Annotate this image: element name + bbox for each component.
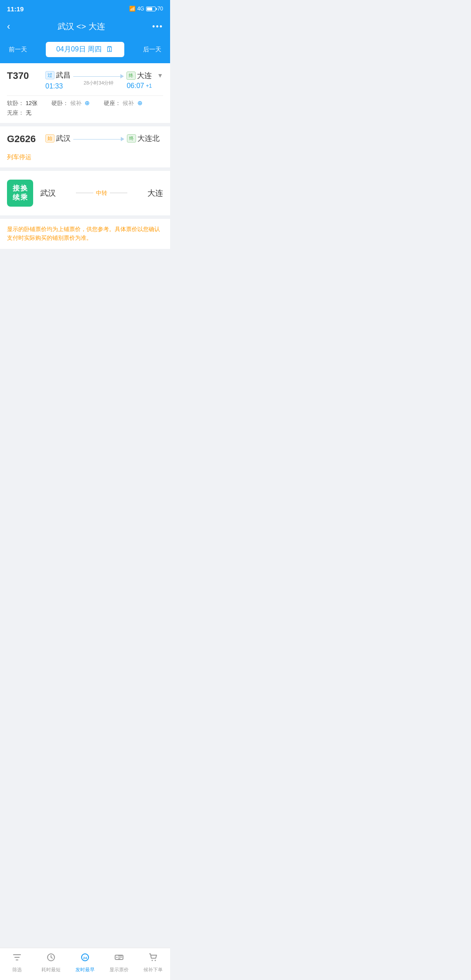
date-bar: 前一天 04月09日 周四 🗓 后一天 [0,38,170,63]
calendar-icon: 🗓 [106,45,114,54]
transfer-line-left [76,193,93,193]
train-card-t370[interactable]: T370 过 武昌 01:33 28小时34 [0,63,170,123]
add-hard-seat-icon[interactable]: ⊕ [137,99,143,106]
train-card-g2626[interactable]: G2626 始 武汉 [0,126,170,167]
battery-level: 70 [157,6,163,12]
duration-t370: 28小时34分钟 [84,80,113,86]
route-center-t370: 28小时34分钟 [73,74,124,86]
from-tag-t370: 过 武昌 [45,70,71,80]
day-diff-t370: +1 [146,83,152,89]
to-tag-badge-g2626: 终 [127,134,136,143]
arrival-station-g2626: 终 大连北 [127,133,160,145]
depart-time-t370: 01:33 [45,82,63,90]
next-day-button[interactable]: 后一天 [134,43,170,56]
train-number-t370: T370 [7,70,42,82]
prev-day-button[interactable]: 前一天 [0,43,36,56]
date-selector[interactable]: 04月09日 周四 🗓 [46,42,124,57]
battery-icon [146,7,156,11]
transfer-badge: 接 换 续 乘 [7,180,33,207]
status-bar: 11:19 📶 4G 70 [0,0,170,16]
to-tag-g2626: 终 大连北 [127,133,160,143]
transfer-char-1: 接 [13,184,20,193]
hard-sleeper[interactable]: 硬卧： 候补 ⊕ [51,99,90,107]
selected-date: 04月09日 周四 [56,45,102,54]
transfer-card[interactable]: 接 换 续 乘 武汉 中转 大连 [0,171,170,215]
arrow-icon-g2626 [121,137,124,141]
arrow-icon [120,74,124,78]
from-tag-badge-g2626: 始 [45,134,55,143]
departure-station-g2626: 始 武汉 [45,133,71,145]
header: ‹ 武汉 <> 大连 ••• [0,16,170,38]
status-time: 11:19 [7,5,24,13]
transfer-char-2: 换 [20,184,27,193]
to-station-name-t370: 大连 [137,71,152,81]
route-center-g2626 [73,137,124,141]
train-main-g2626: G2626 始 武汉 [0,126,170,150]
page-title: 武汉 <> 大连 [58,21,105,32]
stopped-notice-g2626: 列车停运 [0,150,170,167]
train-row-top: T370 过 武昌 01:33 28小时34 [7,70,163,90]
train-number-g2626: G2626 [7,133,42,145]
transfer-badge-row1: 接 换 [13,184,27,193]
arrow-line-t370 [73,74,124,78]
arrive-time-t370: 06:07 [126,82,144,90]
transfer-middle: 中转 [76,189,127,197]
content-area: T370 过 武昌 01:33 28小时34 [0,63,170,287]
train-main-t370: T370 过 武昌 01:33 28小时34 [0,63,170,95]
no-seat: 无座： 无 [7,109,31,117]
from-tag-g2626: 始 武汉 [45,133,71,143]
transfer-char-4: 乘 [20,193,27,202]
transfer-route: 武汉 中转 大连 [40,188,163,198]
transfer-to: 大连 [147,188,163,198]
transfer-line-right [110,193,127,193]
transfer-from: 武汉 [40,188,56,198]
hard-seat[interactable]: 硬座： 候补 ⊕ [104,99,142,107]
from-station-name-t370: 武昌 [56,70,71,80]
arrival-station-t370: 终 大连 06:07 +1 [126,71,152,90]
to-station-name-g2626: 大连北 [137,133,160,143]
arrive-time-row-t370: 06:07 +1 [126,82,152,90]
signal-icon: 📶 [129,6,136,12]
seat-info-t370: 软卧： 12张 硬卧： 候补 ⊕ 硬座： 候补 ⊕ 无座： 无 [0,96,170,123]
transfer-char-3: 续 [13,193,20,202]
from-station-name-g2626: 武汉 [56,133,71,143]
to-tag-badge-t370: 终 [126,71,136,80]
notice-text: 显示的卧铺票价均为上铺票价，供您参考。具体票价以您确认支付时实际购买的铺别票价为… [7,225,163,243]
seat-row-1: 软卧： 12张 硬卧： 候补 ⊕ 硬座： 候补 ⊕ [7,99,163,107]
from-tag-badge-t370: 过 [45,71,55,79]
transfer-badge-row2: 续 乘 [13,193,27,202]
dropdown-arrow-t370[interactable]: ▼ [157,72,163,79]
seat-row-2: 无座： 无 [7,109,163,117]
train-row-top-g2626: G2626 始 武汉 [7,133,163,145]
train-route-t370: 过 武昌 01:33 28小时34分钟 [45,70,152,90]
back-button[interactable]: ‹ [7,21,10,32]
to-tag-t370: 终 大连 [126,71,152,81]
train-route-g2626: 始 武汉 终 大连北 [45,133,160,145]
status-icons: 📶 4G 70 [129,6,163,12]
transfer-via: 中转 [96,189,107,197]
arrow-line-g2626 [73,137,124,141]
more-button[interactable]: ••• [152,22,163,31]
notice-area: 显示的卧铺票价均为上铺票价，供您参考。具体票价以您确认支付时实际购买的铺别票价为… [0,219,170,249]
departure-station-t370: 过 武昌 01:33 [45,70,71,90]
add-hard-sleeper-icon[interactable]: ⊕ [85,99,90,106]
network-type: 4G [137,6,144,12]
soft-sleeper[interactable]: 软卧： 12张 [7,99,38,107]
